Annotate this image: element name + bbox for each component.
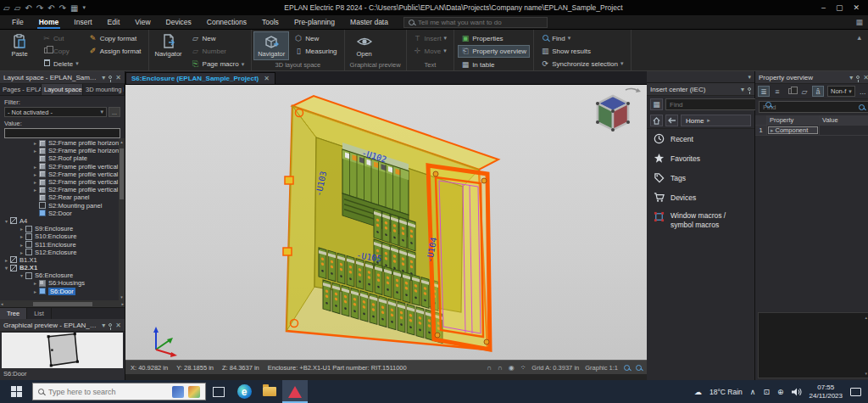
text-insert-button[interactable]: TInsert▾	[410, 32, 451, 44]
tree-item[interactable]: ▸S11:Enclosure	[0, 240, 125, 248]
expand-icon[interactable]: ▸	[771, 127, 774, 134]
undo-icon[interactable]: ↶	[25, 3, 31, 13]
corner-cell[interactable]	[755, 115, 767, 125]
hidden-icons-chevron[interactable]: ∧	[750, 388, 756, 396]
object-snap-icon[interactable]: ∩	[498, 364, 503, 372]
tree-item[interactable]: S2:Door	[0, 210, 125, 217]
redo-icon[interactable]: ↷	[36, 3, 43, 13]
tree-item[interactable]: ▸S2:Frame profile vertical left ba	[0, 178, 125, 186]
in-table-button[interactable]: ▦In table	[458, 59, 530, 70]
collapse-ribbon-icon[interactable]: ▴	[857, 33, 861, 42]
open-icon[interactable]: ▱	[14, 3, 21, 13]
graphical-preview-canvas[interactable]	[2, 333, 123, 368]
tree-item[interactable]: ▸B1.X1	[0, 256, 125, 264]
snap-icon[interactable]: ∩	[487, 364, 492, 372]
insert-item-window-macros[interactable]: Window macros / symbol macros	[647, 207, 754, 234]
tab-pre-planning[interactable]: Pre-planning	[287, 16, 342, 28]
action-center-icon[interactable]	[850, 388, 861, 396]
close-icon[interactable]: ✕	[863, 74, 868, 81]
page-macro-button[interactable]: ⎘Page macro▾	[188, 58, 248, 70]
tab-tools[interactable]: Tools	[255, 16, 286, 28]
tree-item[interactable]: ▾B2.X1	[0, 264, 125, 271]
panel-menu-icon[interactable]: ▾	[849, 74, 853, 81]
navigation-cube[interactable]	[596, 88, 641, 132]
panel-stack-menu-icon[interactable]: ▾	[748, 74, 751, 81]
sort-icon[interactable]: â	[812, 86, 824, 97]
home-icon[interactable]	[650, 115, 663, 126]
document-tab[interactable]: S6:Enclosure (EPLAN_Sample_Project) ✕	[125, 72, 275, 84]
insert-item-favorites[interactable]: Favorites	[647, 148, 754, 168]
pin-icon[interactable]	[856, 76, 860, 79]
redo-list-icon[interactable]: ↷	[59, 3, 66, 13]
close-tab-icon[interactable]: ✕	[264, 75, 270, 82]
tab-edit[interactable]: Edit	[101, 16, 127, 28]
tab-home[interactable]: Home	[32, 16, 66, 28]
properties-button[interactable]: ▣Properties	[458, 32, 530, 44]
tree-item-selected[interactable]: ▸S6:Door	[0, 288, 125, 295]
tab-connections[interactable]: Connections	[200, 16, 253, 28]
tree-item[interactable]: S2:Mounting panel	[0, 202, 125, 210]
tab-3d-mounting[interactable]: 3D mounting l...	[83, 84, 125, 95]
tab-master-data[interactable]: Master data	[343, 16, 395, 28]
column-value[interactable]: Value	[820, 115, 868, 125]
tab-list[interactable]: List	[27, 308, 52, 319]
ribbon-options-icon[interactable]: ▦	[855, 18, 863, 26]
start-button[interactable]	[0, 380, 32, 403]
tree-item[interactable]: S2:Roof plate	[0, 154, 125, 162]
page-new-button[interactable]: ▱New	[188, 32, 248, 44]
pin-icon[interactable]	[108, 76, 112, 79]
delete-button[interactable]: Delete▾	[39, 58, 82, 70]
paste-properties-icon[interactable]: ▱	[798, 86, 810, 97]
tree-item[interactable]: ▸S2:Frame profile vertical right b	[0, 186, 125, 193]
open-preview-button[interactable]: Open	[347, 31, 382, 60]
layer-visibility-icon[interactable]: ◉	[509, 364, 515, 372]
tree-item[interactable]: ▸S2:Frame profile vertical left fro	[0, 171, 125, 178]
insert-item-recent[interactable]: Recent	[647, 129, 754, 148]
pin-icon[interactable]	[108, 323, 112, 327]
tree-item[interactable]: ▸S2:Frame profile vertical right f	[0, 163, 125, 171]
panel-menu-icon[interactable]: ▾	[102, 322, 105, 329]
zoom-window-icon[interactable]	[636, 365, 642, 371]
new-icon[interactable]: ▱	[3, 3, 10, 13]
tab-pages[interactable]: Pages - EPLA...	[0, 84, 42, 95]
find-button[interactable]: Find▾	[537, 32, 626, 44]
tab-layout-space[interactable]: Layout space -...	[42, 84, 83, 95]
tree-item[interactable]: S2:Rear panel	[0, 193, 125, 201]
page-number-button[interactable]: ▱Number	[188, 45, 248, 57]
tree-item[interactable]: ▸S10:Enclosure	[0, 232, 125, 240]
tree-item[interactable]: ▸S2:Frame profile horizontal cov	[0, 139, 125, 147]
find-input[interactable]	[670, 101, 763, 109]
tree-item[interactable]: ▸S6:Housings	[0, 279, 125, 287]
volume-icon[interactable]	[792, 388, 802, 396]
tree-item[interactable]: ▸S12:Enclosure	[0, 249, 125, 256]
file-explorer-button[interactable]	[257, 380, 282, 403]
taskbar-search[interactable]	[32, 383, 206, 400]
insert-item-tags[interactable]: Tags	[647, 168, 754, 188]
weather-text[interactable]: 18°C Rain	[709, 388, 743, 396]
list-view-icon[interactable]: ≡	[771, 86, 783, 97]
breadcrumb[interactable]: Home ▸	[681, 115, 751, 126]
assign-format-button[interactable]: ✐Assign format	[86, 45, 145, 57]
tab-tree[interactable]: Tree	[0, 308, 27, 319]
tellme-input[interactable]	[418, 19, 542, 26]
edge-button[interactable]: e	[231, 380, 257, 403]
tab-devices[interactable]: Devices	[159, 16, 198, 28]
insert-item-devices[interactable]: Devices	[647, 188, 754, 207]
find-input[interactable]	[763, 104, 856, 111]
window-layout-icon[interactable]: ▦	[70, 3, 78, 13]
filter-select[interactable]: - Not activated -▾	[4, 107, 107, 117]
move-button[interactable]: ✛Move▾	[410, 45, 451, 57]
copy-properties-icon[interactable]	[785, 86, 797, 97]
task-view-button[interactable]	[206, 380, 231, 403]
clock[interactable]: 07:55 24/11/2023	[810, 383, 843, 400]
3d-viewport[interactable]: -U103 -U102 -U104 -U105	[125, 85, 647, 360]
tree-view-icon[interactable]: ≣	[758, 86, 770, 97]
layout-navigator-button[interactable]: Navigator	[253, 31, 289, 60]
show-results-button[interactable]: ▥Show results	[537, 45, 626, 57]
insert-center-icon[interactable]: ▦	[650, 98, 663, 110]
filter-dropdown[interactable]: Non-f▾	[827, 86, 855, 97]
weather-icon[interactable]: ☁	[694, 388, 702, 396]
undo-list-icon[interactable]: ↶	[47, 3, 54, 13]
layout-new-button[interactable]: ⬡New	[291, 32, 340, 44]
tab-insert[interactable]: Insert	[67, 16, 98, 28]
